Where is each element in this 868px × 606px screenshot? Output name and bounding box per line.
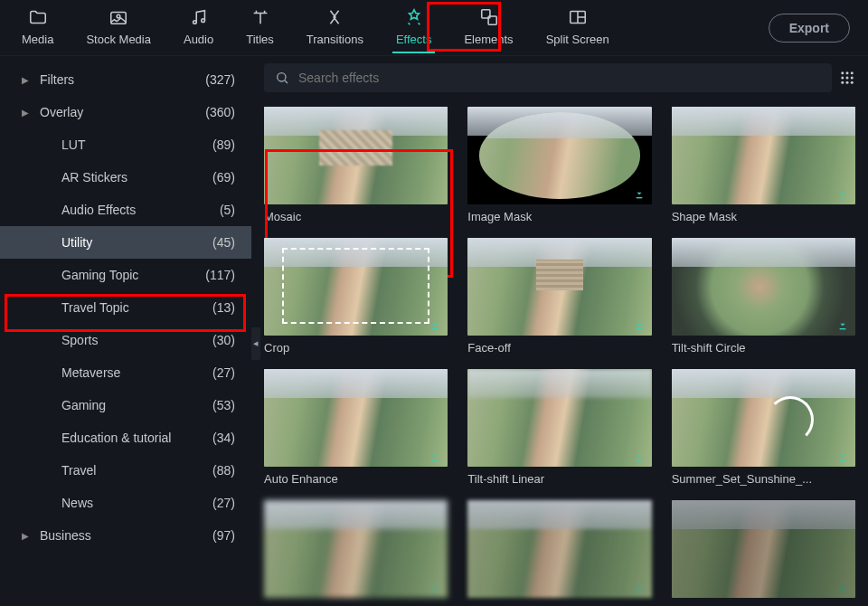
effect-card-untitled[interactable] bbox=[264, 500, 448, 603]
sidebar-item-label: Business bbox=[40, 528, 212, 543]
tab-label: Transitions bbox=[307, 33, 363, 46]
sidebar-item-label: Metaverse bbox=[61, 365, 212, 380]
titles-icon bbox=[250, 7, 270, 30]
sidebar-item-ar-stickers[interactable]: AR Stickers (69) bbox=[0, 161, 251, 194]
sidebar-item-label: Filters bbox=[40, 72, 205, 87]
media-icon bbox=[28, 7, 48, 30]
effect-thumbnail bbox=[467, 369, 651, 467]
tab-media[interactable]: Media bbox=[18, 2, 57, 53]
sidebar-item-filters[interactable]: ▶ Filters (327) bbox=[0, 63, 251, 96]
download-icon bbox=[428, 580, 442, 594]
svg-point-13 bbox=[851, 71, 854, 74]
effect-card-face-off[interactable]: Face-off bbox=[467, 238, 651, 355]
effect-card-shape-mask[interactable]: Shape Mask bbox=[672, 107, 855, 223]
sidebar-item-count: (27) bbox=[212, 365, 235, 380]
effect-card-summer-set-sunshine-[interactable]: Summer_Set_Sunshine_... bbox=[672, 369, 855, 486]
effect-thumbnail bbox=[672, 369, 855, 467]
tab-split-screen[interactable]: Split Screen bbox=[542, 2, 613, 53]
tab-label: Titles bbox=[246, 33, 274, 46]
chevron-right-icon: ▶ bbox=[22, 531, 31, 541]
sidebar-item-news[interactable]: News (27) bbox=[0, 487, 251, 519]
effect-card-tilt-shift-circle[interactable]: Tilt-shift Circle bbox=[672, 238, 855, 355]
sidebar-item-audio-effects[interactable]: Audio Effects (5) bbox=[0, 194, 251, 226]
effect-card-image-mask[interactable]: Image Mask bbox=[467, 107, 651, 223]
effect-thumbnail bbox=[672, 107, 855, 204]
tab-audio[interactable]: Audio bbox=[180, 2, 217, 53]
sidebar-item-label: Audio Effects bbox=[61, 203, 220, 217]
svg-rect-22 bbox=[432, 328, 439, 329]
svg-point-11 bbox=[841, 71, 844, 74]
sidebar-item-label: Overlay bbox=[40, 105, 205, 119]
sidebar-item-count: (88) bbox=[212, 463, 235, 478]
search-input[interactable] bbox=[298, 71, 821, 85]
tab-label: Effects bbox=[396, 33, 432, 46]
effect-title: Auto Enhance bbox=[264, 472, 448, 486]
sidebar-item-label: Sports bbox=[61, 333, 212, 347]
effect-card-untitled[interactable] bbox=[467, 500, 651, 603]
effect-card-untitled[interactable] bbox=[672, 500, 855, 603]
export-button[interactable]: Export bbox=[769, 14, 850, 43]
split-screen-icon bbox=[568, 7, 588, 30]
sidebar-item-utility[interactable]: Utility (45) bbox=[0, 226, 251, 259]
effect-thumbnail bbox=[672, 238, 855, 336]
effect-card-tilt-shift-linear[interactable]: Tilt-shift Linear bbox=[467, 369, 651, 486]
download-icon bbox=[632, 186, 646, 201]
svg-point-9 bbox=[278, 73, 286, 81]
svg-rect-23 bbox=[636, 328, 642, 329]
sidebar-item-overlay[interactable]: ▶ Overlay (360) bbox=[0, 96, 251, 128]
sidebar-item-count: (69) bbox=[212, 170, 235, 185]
tab-stock-media[interactable]: Stock Media bbox=[82, 2, 155, 53]
effect-title: Mosaic bbox=[264, 210, 448, 223]
sidebar-item-business[interactable]: ▶ Business (97) bbox=[0, 519, 251, 552]
sidebar-item-count: (30) bbox=[212, 333, 235, 347]
svg-point-17 bbox=[841, 81, 844, 84]
download-icon bbox=[835, 580, 850, 594]
svg-point-14 bbox=[841, 77, 844, 80]
effect-card-crop[interactable]: Crop bbox=[264, 238, 448, 355]
effect-title: Crop bbox=[264, 341, 448, 355]
transitions-icon bbox=[325, 7, 344, 30]
tab-elements[interactable]: Elements bbox=[460, 2, 516, 53]
sidebar-item-metaverse[interactable]: Metaverse (27) bbox=[0, 356, 251, 389]
effect-thumbnail bbox=[264, 369, 448, 467]
sidebar-collapse-handle[interactable]: ◀ bbox=[251, 327, 260, 360]
grid-view-icon[interactable] bbox=[839, 70, 855, 86]
sidebar-item-count: (45) bbox=[212, 235, 235, 250]
effect-title: Summer_Set_Sunshine_... bbox=[672, 472, 855, 486]
sidebar-item-count: (97) bbox=[212, 528, 235, 543]
sidebar-item-gaming-topic[interactable]: Gaming Topic (117) bbox=[0, 259, 251, 291]
sidebar-item-lut[interactable]: LUT (89) bbox=[0, 128, 251, 161]
svg-rect-28 bbox=[432, 591, 439, 592]
sidebar-item-travel-topic[interactable]: Travel Topic (13) bbox=[0, 291, 251, 324]
svg-rect-26 bbox=[636, 459, 642, 460]
download-icon bbox=[632, 317, 646, 332]
sidebar-item-count: (34) bbox=[212, 431, 235, 445]
sidebar-item-education-tutorial[interactable]: Education & tutorial (34) bbox=[0, 421, 251, 454]
svg-point-16 bbox=[851, 77, 854, 80]
sidebar-item-travel[interactable]: Travel (88) bbox=[0, 454, 251, 487]
svg-line-10 bbox=[285, 80, 288, 83]
svg-rect-24 bbox=[840, 328, 846, 329]
stock-media-icon bbox=[108, 7, 128, 30]
effect-thumbnail bbox=[467, 107, 651, 204]
effect-card-mosaic[interactable]: Mosaic bbox=[264, 107, 448, 223]
tab-label: Media bbox=[22, 33, 53, 46]
sidebar-item-count: (5) bbox=[220, 203, 235, 217]
effect-title: Tilt-shift Circle bbox=[672, 341, 855, 355]
tab-titles[interactable]: Titles bbox=[242, 2, 278, 53]
tab-label: Elements bbox=[464, 33, 513, 46]
search-box[interactable] bbox=[264, 63, 832, 92]
sidebar-item-count: (89) bbox=[212, 137, 235, 152]
effects-icon bbox=[404, 7, 424, 30]
tab-effects[interactable]: Effects bbox=[392, 2, 436, 53]
sidebar-item-label: Gaming bbox=[61, 398, 212, 412]
svg-point-19 bbox=[851, 81, 854, 84]
effect-thumbnail bbox=[264, 238, 448, 336]
effect-card-auto-enhance[interactable]: Auto Enhance bbox=[264, 369, 448, 486]
svg-rect-29 bbox=[636, 591, 642, 592]
sidebar-item-gaming[interactable]: Gaming (53) bbox=[0, 389, 251, 421]
svg-point-1 bbox=[117, 14, 120, 18]
svg-rect-30 bbox=[840, 591, 846, 592]
tab-transitions[interactable]: Transitions bbox=[303, 2, 367, 53]
sidebar-item-sports[interactable]: Sports (30) bbox=[0, 324, 251, 356]
